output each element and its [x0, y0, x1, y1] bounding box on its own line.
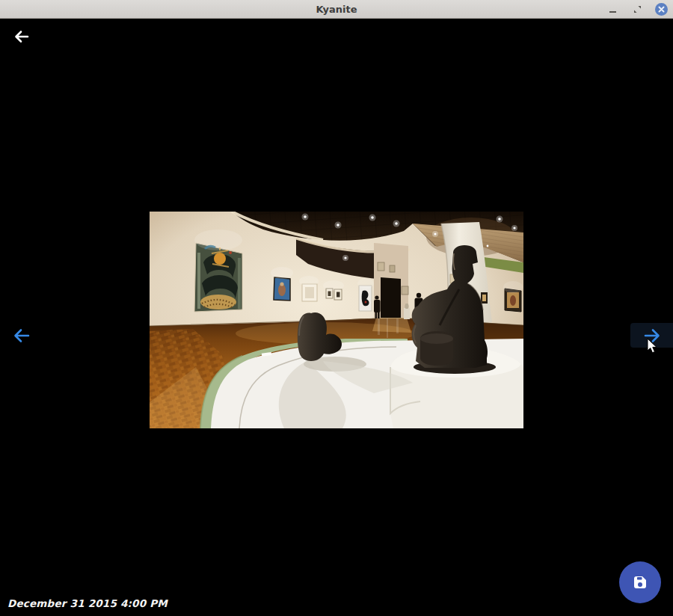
window-title: Kyanite — [0, 0, 673, 19]
minimize-button[interactable] — [606, 3, 619, 16]
next-arrow-icon — [642, 325, 663, 346]
next-photo-button[interactable] — [630, 323, 673, 348]
photo — [150, 212, 523, 428]
gallery-photo-scene — [150, 212, 523, 428]
photo-timestamp: December 31 2015 4:00 PM — [7, 597, 168, 609]
minimize-icon — [609, 11, 616, 13]
save-button[interactable] — [619, 561, 661, 603]
black-white-artwork — [359, 286, 372, 311]
previous-photo-button[interactable] — [11, 325, 31, 346]
save-floppy-icon — [632, 574, 648, 591]
cathedral-painting — [194, 243, 242, 312]
display-alcove — [302, 284, 317, 301]
restore-icon — [633, 5, 642, 13]
window-titlebar[interactable]: Kyanite — [0, 0, 673, 19]
close-button[interactable] — [655, 3, 668, 16]
back-arrow-icon — [12, 27, 31, 46]
close-icon — [658, 6, 665, 13]
window-controls — [606, 0, 668, 19]
previous-arrow-icon — [11, 325, 31, 346]
blue-portrait-painting — [274, 277, 290, 301]
restore-button[interactable] — [630, 3, 644, 16]
back-button[interactable] — [12, 27, 31, 46]
